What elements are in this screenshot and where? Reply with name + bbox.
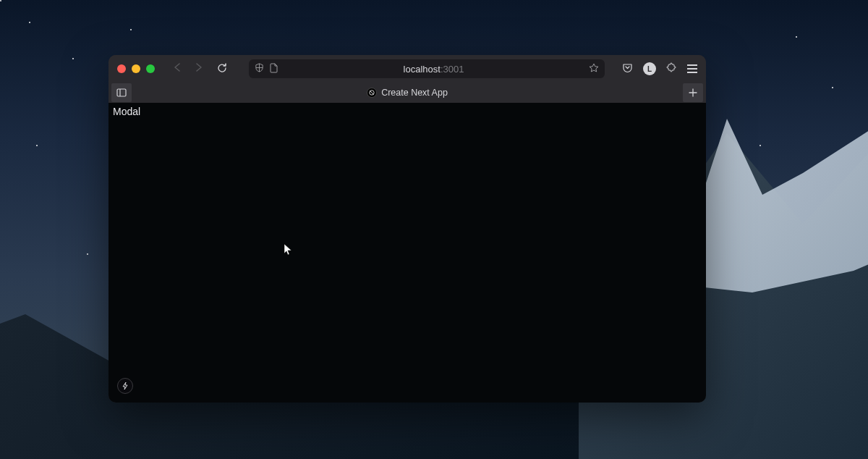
browser-toolbar: localhost:3001 L	[109, 55, 706, 83]
shield-icon[interactable]	[255, 63, 264, 75]
browser-window: localhost:3001 L	[109, 55, 706, 403]
url-host: localhost	[404, 64, 441, 75]
minimize-window-button[interactable]	[132, 64, 140, 73]
modal-text[interactable]: Modal	[113, 106, 140, 117]
extensions-icon[interactable]	[666, 62, 677, 75]
new-tab-button[interactable]	[683, 83, 703, 102]
nextjs-favicon-icon	[367, 88, 377, 98]
maximize-window-button[interactable]	[146, 64, 155, 73]
tab-bar: Create Next App	[109, 83, 706, 103]
forward-button[interactable]	[191, 59, 207, 78]
tab-title: Create Next App	[381, 88, 448, 98]
url-text: localhost:3001	[284, 64, 583, 75]
back-button[interactable]	[169, 59, 185, 78]
browser-tab[interactable]: Create Next App	[132, 83, 683, 103]
window-controls	[117, 64, 155, 73]
close-window-button[interactable]	[117, 64, 126, 73]
account-icon[interactable]: L	[643, 62, 656, 75]
page-icon	[270, 63, 278, 75]
pocket-icon[interactable]	[622, 63, 633, 75]
nextjs-dev-badge[interactable]	[117, 378, 133, 394]
url-port: :3001	[441, 64, 464, 75]
svg-rect-0	[117, 89, 126, 96]
account-initial: L	[647, 65, 652, 73]
menu-button[interactable]	[687, 64, 697, 73]
address-bar[interactable]: localhost:3001	[249, 59, 605, 78]
bookmark-star-icon[interactable]	[589, 63, 599, 75]
sidebar-toggle-button[interactable]	[111, 83, 132, 102]
page-content: Modal	[109, 103, 706, 403]
toolbar-right-group: L	[622, 62, 697, 75]
reload-button[interactable]	[213, 60, 231, 78]
